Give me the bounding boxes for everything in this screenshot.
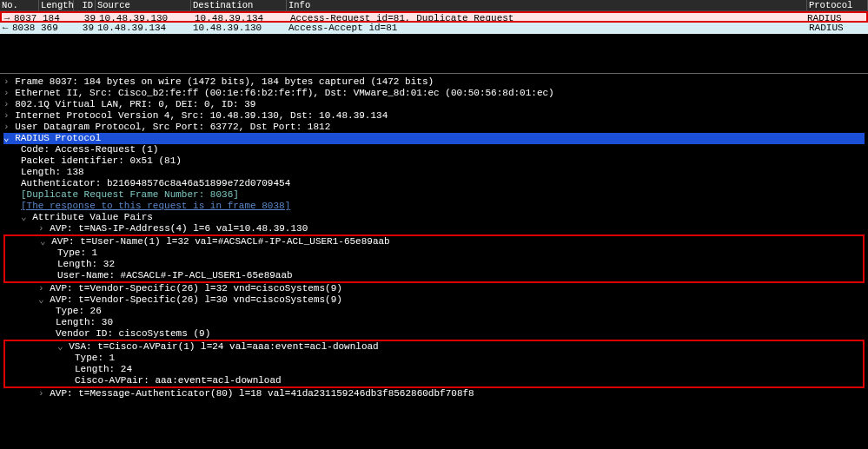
cell-id: 39 — [76, 13, 97, 21]
tree-radius-code[interactable]: Code: Access-Request (1) — [3, 144, 865, 155]
col-header-destination[interactable]: Destination — [191, 0, 287, 10]
tree-radius-auth[interactable]: Authenticator: b216948576c8a46a51899e72d… — [3, 178, 865, 189]
highlight-box-username-avp: ⌄ AVP: t=User-Name(1) l=32 val=#ACSACL#-… — [3, 234, 865, 283]
tree-vlan[interactable]: › 802.1Q Virtual LAN, PRI: 0, DEI: 0, ID… — [3, 99, 865, 110]
tree-vsa-type[interactable]: Type: 1 — [5, 353, 863, 364]
tree-ip[interactable]: › Internet Protocol Version 4, Src: 10.4… — [3, 110, 865, 122]
tree-avp-username[interactable]: ⌄ AVP: t=User-Name(1) l=32 val=#ACSACL#-… — [5, 236, 863, 248]
cell-destination: 10.48.39.134 — [193, 13, 288, 21]
tree-vsa-val[interactable]: Cisco-AVPair: aaa:event=acl-download — [5, 375, 863, 386]
col-header-length[interactable]: Length — [39, 0, 74, 10]
cell-protocol: RADIUS — [807, 23, 868, 34]
direction-icon: ← — [0, 23, 10, 34]
direction-icon: → — [2, 13, 12, 21]
tree-avp-msgauth[interactable]: › AVP: t=Message-Authenticator(80) l=18 … — [3, 388, 865, 399]
tree-avp-vendor1[interactable]: › AVP: t=Vendor-Specific(26) l=32 vnd=ci… — [3, 283, 865, 294]
col-header-no[interactable]: No. — [0, 0, 39, 10]
tree-avp-vendor2[interactable]: ⌄ AVP: t=Vendor-Specific(26) l=30 vnd=ci… — [3, 294, 865, 306]
cell-length: 184 — [41, 13, 76, 21]
tree-radius-duplicate-link[interactable]: [Duplicate Request Frame Number: 8036] — [3, 189, 865, 201]
tree-avp-vendor2-len[interactable]: Length: 30 — [3, 317, 865, 328]
cell-info: Access-Accept id=81 — [287, 23, 807, 34]
tree-avp-username-type[interactable]: Type: 1 — [5, 248, 863, 259]
cell-info: Access-Request id=81, Duplicate Request — [288, 13, 805, 21]
tree-avp-header[interactable]: ⌄ Attribute Value Pairs — [3, 212, 865, 223]
tree-radius-response-link[interactable]: [The response to this request is in fram… — [3, 201, 865, 212]
tree-udp[interactable]: › User Datagram Protocol, Src Port: 6377… — [3, 122, 865, 133]
tree-vsa[interactable]: ⌄ VSA: t=Cisco-AVPair(1) l=24 val=aaa:ev… — [5, 341, 863, 353]
cell-no: 8038 — [10, 23, 39, 34]
cell-source: 10.48.39.130 — [97, 13, 193, 21]
cell-source: 10.48.39.134 — [96, 23, 191, 34]
tree-radius-pktid[interactable]: Packet identifier: 0x51 (81) — [3, 155, 865, 167]
packet-details-pane: › Frame 8037: 184 bytes on wire (1472 bi… — [0, 73, 868, 402]
col-header-source[interactable]: Source — [96, 0, 191, 10]
tree-ethernet[interactable]: › Ethernet II, Src: Cisco_b2:fe:ff (00:1… — [3, 88, 865, 99]
packet-list-header: No. Length ID Source Destination Info Pr… — [0, 0, 868, 11]
tree-avp-username-len[interactable]: Length: 32 — [5, 259, 863, 270]
packet-row-8037[interactable]: → 8037 184 39 10.48.39.130 10.48.39.134 … — [0, 11, 868, 23]
tree-avp-nas[interactable]: › AVP: t=NAS-IP-Address(4) l=6 val=10.48… — [3, 223, 865, 234]
tree-vsa-len[interactable]: Length: 24 — [5, 364, 863, 375]
cell-destination: 10.48.39.130 — [191, 23, 287, 34]
packet-list-empty-area — [0, 34, 868, 73]
highlight-box-vsa-avpair: ⌄ VSA: t=Cisco-AVPair(1) l=24 val=aaa:ev… — [3, 340, 865, 388]
col-header-protocol[interactable]: Protocol — [807, 0, 868, 10]
tree-avp-username-val[interactable]: User-Name: #ACSACL#-IP-ACL_USER1-65e89aa… — [5, 270, 863, 281]
cell-no: 8037 — [12, 13, 41, 21]
col-header-id[interactable]: ID — [74, 0, 96, 10]
tree-avp-vendor2-vid[interactable]: Vendor ID: ciscoSystems (9) — [3, 328, 865, 340]
tree-frame[interactable]: › Frame 8037: 184 bytes on wire (1472 bi… — [3, 76, 865, 88]
packet-row-8038[interactable]: ← 8038 369 39 10.48.39.134 10.48.39.130 … — [0, 23, 868, 34]
tree-radius-length[interactable]: Length: 138 — [3, 167, 865, 178]
cell-id: 39 — [74, 23, 96, 34]
tree-radius-protocol[interactable]: ⌄ RADIUS Protocol — [3, 133, 865, 144]
col-header-info[interactable]: Info — [287, 0, 807, 10]
cell-length: 369 — [39, 23, 74, 34]
tree-avp-vendor2-type[interactable]: Type: 26 — [3, 306, 865, 317]
cell-protocol: RADIUS — [805, 13, 866, 21]
